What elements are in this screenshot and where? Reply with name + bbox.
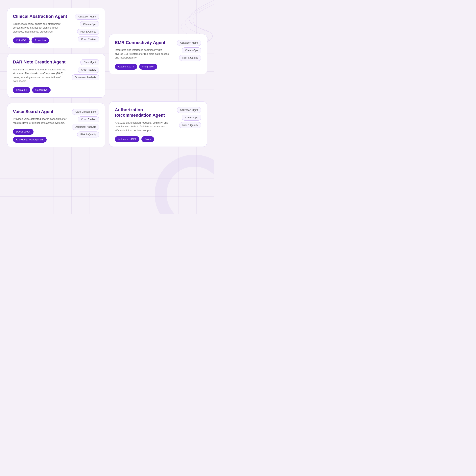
voice-search-tags: Care Management Chart Review Document An… [72, 109, 99, 137]
tag-risk-quality-2[interactable]: Risk & Quality [77, 132, 100, 137]
card-left-dar: DAR Note Creation Agent Transforms care … [13, 59, 68, 93]
badge-deepspeech[interactable]: DeepSpeech [13, 129, 34, 135]
badge-integration[interactable]: Integration [139, 64, 157, 70]
card-body: Clinical Abstraction Agent Structures me… [13, 14, 99, 43]
dar-note-badges: Llama 3.1 Generative [13, 87, 68, 93]
tag-chart-review-3[interactable]: Chart Review [78, 117, 99, 122]
card-left-auth: Authorization Recommendation Agent Analy… [115, 107, 170, 142]
authorization-card: Authorization Recommendation Agent Analy… [109, 101, 207, 147]
card-left: Clinical Abstraction Agent Structures me… [13, 14, 68, 43]
left-column: Clinical Abstraction Agent Structures me… [7, 8, 107, 170]
badge-rules[interactable]: Rules [141, 136, 154, 142]
mid-spacer [109, 86, 207, 94]
tag-care-mgmt[interactable]: Care Mgmt [80, 59, 99, 65]
badge-knowledge-mgmt[interactable]: Knowledge Management [13, 137, 47, 143]
tag-document-analysis-1[interactable]: Document Analysis [72, 74, 99, 80]
tag-utilization-mgmt-1[interactable]: Utilization Mgmt [75, 14, 99, 20]
tag-claims-ops-3[interactable]: Claims Ops [182, 115, 201, 120]
tag-chart-review-2[interactable]: Chart Review [78, 67, 99, 73]
clinical-abstraction-title: Clinical Abstraction Agent [13, 14, 68, 19]
dar-note-description: Transforms care management interactions … [13, 68, 68, 83]
tag-claims-ops-1[interactable]: Claims Ops [80, 21, 99, 27]
emr-connectivity-description: Integrates and interfaces seamlessly wit… [115, 48, 170, 60]
card-body-auth: Authorization Recommendation Agent Analy… [115, 107, 201, 142]
card-left-emr: EMR Connectivity Agent Integrates and in… [115, 40, 170, 70]
authorization-title: Authorization Recommendation Agent [115, 107, 170, 118]
clinical-abstraction-description: Structures medical charts and attachment… [13, 22, 68, 34]
authorization-badges: AutonomizeGPT Rules [115, 136, 170, 142]
dar-note-tags: Care Mgmt Chart Review Document Analysis [72, 59, 99, 80]
clinical-abstraction-badges: CLLM V2 Extraction [13, 37, 68, 43]
badge-llama[interactable]: Llama 3.1 [13, 87, 30, 93]
badge-autonomizegpt[interactable]: AutonomizeGPT [115, 136, 139, 142]
emr-connectivity-card: EMR Connectivity Agent Integrates and in… [109, 34, 207, 74]
badge-generative[interactable]: Generative [32, 87, 51, 93]
authorization-tags: Utilization Mgmt Claims Ops Risk & Quali… [173, 107, 201, 128]
tag-care-management[interactable]: Care Management [72, 109, 99, 115]
tag-risk-quality-4[interactable]: Risk & Quality [179, 122, 202, 128]
badge-extraction[interactable]: Extraction [32, 37, 49, 43]
main-layout: Clinical Abstraction Agent Structures me… [0, 0, 214, 214]
tag-claims-ops-2[interactable]: Claims Ops [182, 47, 201, 53]
dar-note-title: DAR Note Creation Agent [13, 59, 68, 65]
emr-connectivity-badges: Autonomize AI Integration [115, 64, 170, 70]
card-left-voice: Voice Search Agent Provides voice-activa… [13, 109, 68, 143]
card-body-emr: EMR Connectivity Agent Integrates and in… [115, 40, 201, 70]
card-body-dar: DAR Note Creation Agent Transforms care … [13, 59, 99, 93]
voice-search-card: Voice Search Agent Provides voice-activa… [7, 103, 105, 147]
bottom-spacer [109, 159, 207, 167]
voice-search-title: Voice Search Agent [13, 109, 68, 114]
authorization-description: Analyzes authorization requests, eligibi… [115, 121, 170, 133]
dar-note-card: DAR Note Creation Agent Transforms care … [7, 53, 105, 98]
tag-document-analysis-2[interactable]: Document Analysis [72, 124, 99, 130]
emr-connectivity-title: EMR Connectivity Agent [115, 40, 170, 45]
card-body-voice: Voice Search Agent Provides voice-activa… [13, 109, 99, 143]
tag-chart-review-1[interactable]: Chart Review [78, 36, 99, 42]
tag-utilization-mgmt-2[interactable]: Utilization Mgmt [177, 40, 201, 46]
right-column: EMR Connectivity Agent Integrates and in… [107, 8, 207, 170]
badge-autonomize-ai[interactable]: Autonomize AI [115, 64, 137, 70]
tag-risk-quality-1[interactable]: Risk & Quality [77, 29, 100, 35]
badge-cllm[interactable]: CLLM V2 [13, 37, 30, 43]
clinical-abstraction-tags: Utilization Mgmt Claims Ops Risk & Quali… [72, 14, 99, 42]
top-spacer [109, 11, 207, 27]
tag-utilization-mgmt-3[interactable]: Utilization Mgmt [177, 107, 201, 113]
clinical-abstraction-card: Clinical Abstraction Agent Structures me… [7, 8, 105, 48]
emr-connectivity-tags: Utilization Mgmt Claims Ops Risk & Quali… [173, 40, 201, 61]
tag-risk-quality-3[interactable]: Risk & Quality [179, 55, 202, 61]
voice-search-badges: DeepSpeech Knowledge Management [13, 129, 68, 143]
voice-search-description: Provides voice-activated search capabili… [13, 117, 68, 125]
